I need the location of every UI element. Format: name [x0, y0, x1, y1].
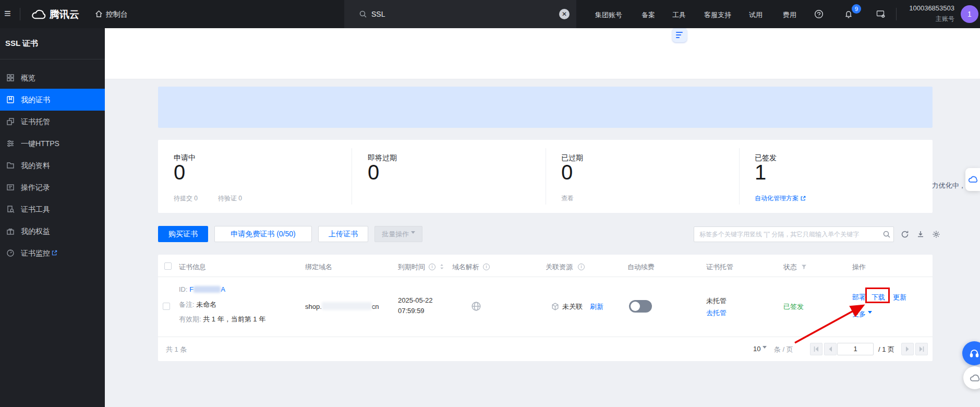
col-domain-resolution: 域名解析 — [452, 262, 479, 272]
tencent-cloud-logo-icon[interactable] — [31, 7, 47, 21]
cert-remark: 备注: 未命名 — [179, 300, 216, 309]
stat-pending-sub1: 待提交 0 — [174, 194, 198, 203]
sidebar-title: SSL 证书 — [5, 39, 38, 49]
gift-icon — [6, 227, 15, 235]
auto-renew-toggle[interactable] — [629, 300, 652, 313]
menu-group-account[interactable]: 集团账号 — [595, 10, 622, 20]
sidebar-item-my-benefits[interactable]: 我的权益 — [0, 220, 105, 242]
more-label: 更多 — [852, 310, 866, 318]
sidebar-item-cert-monitor[interactable]: 证书监控 — [0, 242, 105, 264]
clear-search-icon[interactable]: ✕ — [559, 9, 570, 19]
support-circle-icon[interactable] — [814, 9, 824, 19]
search-icon[interactable] — [882, 230, 891, 238]
customer-service-button[interactable] — [962, 341, 980, 365]
sidebar-item-my-certificates[interactable]: 我的证书 — [0, 89, 105, 111]
refresh-icon[interactable] — [901, 230, 909, 238]
resource-status: 未关联 — [562, 302, 583, 312]
first-page-button[interactable] — [810, 343, 822, 355]
menu-icp[interactable]: 备案 — [642, 10, 655, 20]
menu-support[interactable]: 客服支持 — [704, 10, 731, 20]
page-size-select[interactable]: 10 — [753, 345, 767, 353]
stat-pending-sub2: 待验证 0 — [218, 194, 242, 203]
info-icon[interactable]: i — [578, 264, 585, 270]
more-link[interactable]: 更多 — [852, 309, 872, 319]
feedback-button[interactable] — [963, 366, 980, 389]
cert-validity: 有效期: 共 1 年，当前第 1 年 — [179, 315, 265, 324]
info-icon[interactable]: i — [429, 264, 435, 270]
account-id[interactable]: 100036853503 — [905, 4, 954, 12]
notice-banner: i 1. 为了您能更便捷地管理SSL证书，控制台已支持自动查询证书关联的10种腾… — [158, 87, 933, 128]
sidebar-item-cert-hosting[interactable]: 证书托管 — [0, 111, 105, 133]
filter-icon[interactable] — [801, 264, 807, 270]
col-cert-info: 证书信息 — [179, 262, 206, 272]
automation-plan-link[interactable]: 自动化管理方案 — [755, 194, 806, 203]
search-input[interactable] — [371, 8, 543, 20]
globe-icon[interactable] — [471, 301, 481, 312]
apply-free-certificate-button[interactable]: 申请免费证书 (0/50) — [214, 226, 312, 242]
expire-clock: 07:59:59 — [398, 307, 425, 315]
sidebar-item-overview[interactable]: 概览 — [0, 67, 105, 89]
home-icon — [94, 9, 103, 18]
console-link[interactable]: 控制台 — [106, 10, 128, 19]
cloud-assistant-tab[interactable] — [965, 168, 980, 191]
gauge-icon — [6, 249, 15, 257]
brand-name[interactable]: 腾讯云 — [50, 8, 79, 21]
menu-billing[interactable]: 费用 — [783, 10, 796, 20]
certificate-icon — [6, 95, 15, 104]
stat-expired-view-link[interactable]: 查看 — [561, 194, 574, 203]
buy-certificate-button[interactable]: 购买证书 — [158, 226, 208, 242]
divider — [158, 277, 933, 277]
chevron-down-icon — [868, 311, 872, 316]
prev-page-button[interactable] — [824, 343, 837, 355]
cert-id[interactable]: ID: FA — [179, 285, 225, 293]
settings-icon[interactable] — [932, 230, 940, 238]
divider — [0, 59, 105, 59]
page-size-unit: 条 / 页 — [774, 345, 793, 354]
update-link[interactable]: 更新 — [893, 293, 906, 302]
col-bound-domain: 绑定域名 — [305, 262, 332, 272]
survey-doc-icon — [672, 28, 687, 42]
sliders-icon — [6, 139, 15, 148]
domain-suffix: cn — [372, 303, 379, 310]
bound-domain: shop.cn — [305, 302, 379, 310]
last-page-button[interactable] — [915, 343, 928, 355]
hosting-action-link[interactable]: 去托管 — [706, 308, 727, 318]
cert-id-value-suffix: A — [221, 285, 225, 293]
menu-trial[interactable]: 试用 — [749, 10, 763, 20]
page-total: / 1 页 — [878, 345, 894, 354]
menu-tools[interactable]: 工具 — [672, 10, 686, 20]
keyword-filter-input[interactable] — [694, 226, 894, 242]
automation-plan-label: 自动化管理方案 — [755, 195, 798, 202]
col-expire-time: 到期时间 — [398, 262, 425, 272]
resource-refresh-link[interactable]: 刷新 — [590, 302, 603, 312]
download-link[interactable]: 下载 — [872, 293, 885, 302]
divider — [352, 148, 352, 205]
search-icon — [359, 10, 367, 18]
divider — [896, 8, 897, 20]
hamburger-menu-icon[interactable]: ≡ — [4, 7, 11, 20]
ssl-console-screen: ≡ 腾讯云 控制台 ✕ 集团账号 备案 工具 客服支持 试用 费用 9 — [0, 0, 980, 407]
sidebar-item-cert-tools[interactable]: 证书工具 — [0, 198, 105, 220]
row-checkbox[interactable] — [163, 303, 170, 310]
select-all-checkbox[interactable] — [164, 262, 172, 270]
cube-icon — [551, 302, 560, 311]
current-page-input[interactable]: 1 — [837, 343, 874, 355]
info-icon[interactable]: i — [483, 264, 490, 270]
redacted-cert-id — [193, 286, 221, 293]
chevron-down-icon — [411, 231, 415, 236]
sidebar-item-one-click-https[interactable]: 一键HTTPS — [0, 133, 105, 154]
deploy-link[interactable]: 部署 — [852, 293, 866, 302]
sort-icon[interactable] — [438, 263, 445, 270]
console-settings-icon[interactable] — [876, 10, 886, 18]
upload-certificate-button[interactable]: 上传证书 — [318, 226, 368, 242]
export-icon[interactable] — [916, 230, 925, 238]
content-header — [105, 28, 980, 79]
next-page-button[interactable] — [901, 343, 914, 355]
batch-operation-button[interactable]: 批量操作 — [374, 226, 422, 242]
sidebar-item-my-profile[interactable]: 我的资料 — [0, 154, 105, 176]
external-link-icon — [800, 195, 806, 201]
folder-icon — [6, 161, 15, 170]
sidebar-item-operation-log[interactable]: 操作记录 — [0, 176, 105, 198]
chevron-down-icon — [763, 346, 767, 351]
user-avatar[interactable]: 1 — [961, 5, 978, 23]
